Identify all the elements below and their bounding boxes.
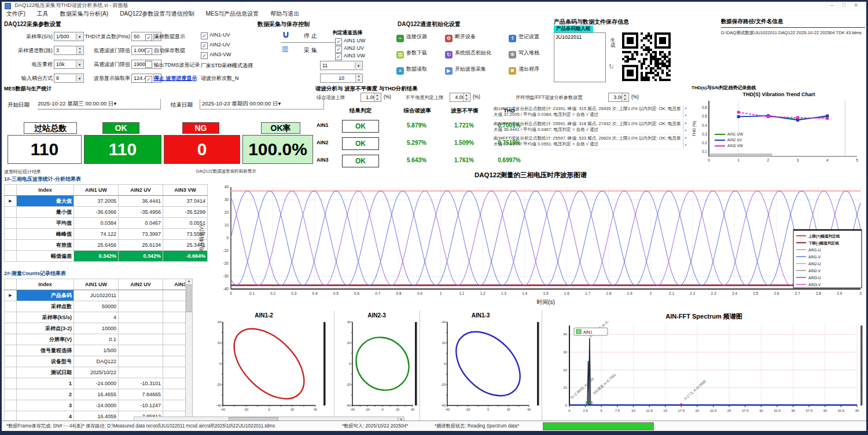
checkbox-icon: ✓ <box>201 32 208 39</box>
acq-channel-AIN1-UV[interactable]: ✓AIN1-UV <box>201 32 230 39</box>
device-button-参数下载[interactable]: ▤参数下载 <box>396 49 427 59</box>
checkbox-停止 波形进度显示[interactable]: ✓停止 波形进度显示 <box>145 75 197 83</box>
row-marker <box>5 229 17 240</box>
limit-label: 不平衡度判定上限 <box>406 94 444 101</box>
svg-text:20: 20 <box>696 409 700 412</box>
device-button-断开设备[interactable]: ⚙断开设备 <box>445 33 476 42</box>
select-channel-AIN3 VW[interactable]: ✓AIN3 VW <box>335 53 365 60</box>
analysis-log[interactable]: 由1#FFT谐波分析总点数统计: 23391, 峰值: 315 频点, 2643… <box>492 105 688 170</box>
table-row[interactable]: 信号量程选择1/500 <box>5 345 193 356</box>
table-row[interactable]: 216.46557.8466545.7292 <box>5 389 193 400</box>
device-button-数据读取[interactable]: ≡数据读取 <box>396 65 427 75</box>
table-row[interactable]: 616.40457.8561245.7292 <box>5 433 193 435</box>
svg-text:3: 3 <box>797 158 799 162</box>
menu-item-5[interactable]: 帮助与退出 <box>270 10 299 17</box>
generate-barcode-button[interactable]: 生成 <box>609 38 616 49</box>
result-header-波形不平衡: 波形不平衡 <box>444 107 486 115</box>
采样率(S/s)-control[interactable]: 1/500▾ <box>54 32 84 41</box>
refresh-barcode-icon[interactable]: ↻ <box>609 63 614 71</box>
table-row[interactable]: 采样率(kS/s)4 <box>5 312 193 323</box>
end-date-picker[interactable]: 2025-10-23 星期四 00:00:00 日▾ <box>200 99 324 109</box>
checkbox-icon: ✓ <box>201 52 208 59</box>
spinner-arrows-icon[interactable]: ▲▼ <box>463 93 469 101</box>
device-button-登记设置[interactable]: ⇑登记设置 <box>509 33 539 42</box>
table-row[interactable]: ▶产品条码JU1022011 <box>5 290 193 301</box>
menu-item-4[interactable]: MES与产品信息设置 <box>205 10 259 17</box>
checkbox-label: 采样数据显示 <box>154 34 185 39</box>
stop-icon[interactable]: ∪ <box>282 28 290 41</box>
stop-button-label[interactable]: 停 止 <box>304 32 317 40</box>
svg-text:2.5: 2.5 <box>583 409 588 412</box>
table-row[interactable]: 采样点数50000 <box>5 301 193 312</box>
device-button-退出程序[interactable]: ✖退出程序 <box>509 65 539 75</box>
table-row[interactable]: 分辨率(V)0.1 <box>5 334 193 345</box>
table-row[interactable]: 设备型号DAQ122 <box>5 356 193 367</box>
svg-text:20: 20 <box>442 341 446 345</box>
select-channel-AIN2 UV[interactable]: ✓AIN2 UV <box>335 45 364 53</box>
table-row[interactable]: 测试日期2025/10/22 <box>5 367 193 378</box>
table-row[interactable]: 3-24.0000-10.124735.35 <box>5 400 193 411</box>
menu-item-0[interactable]: 文件(F) <box>6 10 25 17</box>
limit-spinner[interactable]: 4.00▲▼ <box>450 93 470 102</box>
close-button[interactable]: ✕ <box>854 2 862 8</box>
menu-item-3[interactable]: DAQ122参数设置与通信控制 <box>120 10 194 17</box>
device-button-连接仪器[interactable]: ⌁连接仪器 <box>396 33 427 42</box>
table-row[interactable]: 平均值0.03840.04670.0551 <box>5 218 208 229</box>
spinner-arrows-icon[interactable]: ▲▼ <box>621 93 628 101</box>
acq-channel-AIN2-UV[interactable]: ✓AIN2-UV <box>201 42 230 49</box>
checkbox-自动保存数据[interactable]: ✓自动保存数据 <box>145 47 185 55</box>
device-button-写入堆栈[interactable]: ✻写入堆栈 <box>509 49 539 59</box>
barcode-input[interactable] <box>554 32 606 82</box>
divider <box>334 310 334 422</box>
menu-item-1[interactable]: 工具 <box>37 10 49 17</box>
table-row[interactable]: 1-24.0000-10.310135.35 <box>5 378 193 389</box>
harmonic-spinner[interactable]: 10▲▼ <box>320 74 363 83</box>
log-scroll[interactable]: ▲▼ <box>683 121 688 133</box>
table-row[interactable]: 幅值偏差0.342%0.342%-0.664% <box>5 251 208 262</box>
device-button-系统组态初始化[interactable]: ↻系统组态初始化 <box>445 49 491 59</box>
maximize-button[interactable]: □ <box>843 2 849 8</box>
checkbox-采样数据显示[interactable]: ✓采样数据显示 <box>145 33 185 41</box>
collect-icon[interactable]: ▥ <box>282 45 288 53</box>
panel-acquisition-params: DAQ122采集参数设置 采样率(S/s)1/500▾THD计算点数(Pms)5… <box>4 20 195 83</box>
checkbox-输出TDMS波形记录[interactable]: 输出TDMS波形记录 <box>145 61 200 69</box>
col-header: AIN1 UW <box>74 185 119 196</box>
spinner-arrows-icon[interactable]: ▲▼ <box>76 46 83 54</box>
table-row[interactable]: 采样点(3-2)10000 <box>5 323 193 334</box>
select-channel-AIN1 UW[interactable]: ✓AIN1 UW <box>335 38 366 45</box>
spinner-arrows-icon[interactable]: ▲▼ <box>374 93 380 101</box>
device-button-开始波形采集[interactable]: ▶开始波形采集 <box>445 65 486 75</box>
cell-value: 0.0384 <box>74 218 119 229</box>
trend-subtitle: THD(s)与S/N判定趋势记录曲线 <box>692 85 866 91</box>
table-row[interactable]: 有效值25.645625.613425.3441 <box>5 240 208 251</box>
minimize-button[interactable]: ─ <box>830 2 837 8</box>
acq-channel-AIN3-VW[interactable]: ✓AIN3-VW <box>201 52 231 59</box>
counter-value-NG: 0 <box>164 135 240 164</box>
vertical-scrollbar[interactable]: ▲▼ <box>185 279 193 434</box>
svg-text:0.1: 0.1 <box>702 149 707 153</box>
采样通道数(路)-control[interactable]: 3▲▼ <box>54 46 84 55</box>
result-value: 1.761% <box>444 157 484 163</box>
svg-text:40: 40 <box>225 185 229 189</box>
table-row[interactable]: 峰峰值74.12273.399773.5597 <box>5 229 208 240</box>
电压量程-control[interactable]: 10k▾ <box>54 60 84 69</box>
mode-dropdown[interactable]: 11 ▾ <box>320 61 363 70</box>
输入耦合方式-control[interactable]: 8▾ <box>54 74 84 83</box>
menu-item-2[interactable]: 数据采集与分析(A) <box>60 10 108 17</box>
row-label: 信号量程选择 <box>17 345 74 356</box>
progress-bar <box>543 422 654 430</box>
log-scroll[interactable]: ▲▼ <box>683 136 688 148</box>
panel-barcode: 产品条码与数据文件保存信息 产品条码输入框 生成 ↻ <box>554 18 719 85</box>
collect-button-label[interactable]: 采 集 <box>304 46 317 54</box>
refresh-icon: ↻ <box>445 51 453 59</box>
start-date-picker[interactable]: 2025-10-22 星期三 00:00:00 日▾ <box>38 99 161 109</box>
limit-spinner[interactable]: 3.00▲▼ <box>608 93 629 102</box>
table-row[interactable]: ▶最大值37.200536.444137.0414 <box>5 196 208 207</box>
log-scroll[interactable]: ▲▼ <box>683 106 688 118</box>
cell-value: 7.84665 <box>119 389 163 400</box>
limit-spinner[interactable]: 1.00▲▼ <box>361 93 381 102</box>
table-row[interactable]: 最小值-36.6366-35.4956-35.5299 <box>5 207 208 218</box>
row-label: 幅值偏差 <box>17 251 74 262</box>
spinner-arrows-icon[interactable]: ▲▼ <box>355 74 362 82</box>
svg-text:0.4: 0.4 <box>702 123 707 127</box>
